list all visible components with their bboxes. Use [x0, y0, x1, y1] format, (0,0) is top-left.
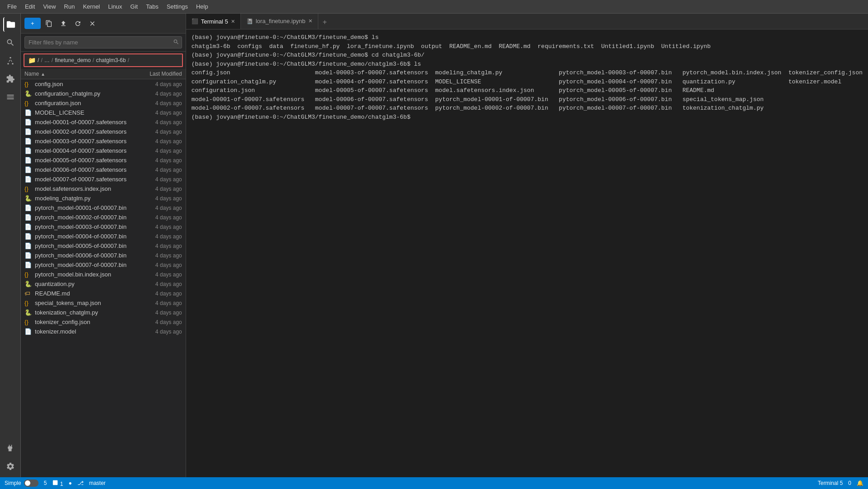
- list-item[interactable]: 📄 pytorch_model-00005-of-00007.bin 4 day…: [21, 241, 186, 251]
- list-item[interactable]: 📄 model-00006-of-00007.safetensors 4 day…: [21, 165, 186, 174]
- file-type-icon: 📄: [24, 147, 33, 154]
- list-item[interactable]: {} configuration.json 4 days ago: [21, 98, 186, 108]
- menu-view[interactable]: View: [39, 2, 59, 11]
- menu-run[interactable]: Run: [60, 2, 78, 11]
- refresh-button[interactable]: [72, 17, 84, 30]
- terminal-status-label: Terminal 5: [818, 480, 843, 486]
- list-item[interactable]: {} special_tokens_map.json 4 days ago: [21, 298, 186, 308]
- list-item[interactable]: 📄 pytorch_model-00003-of-00007.bin 4 day…: [21, 222, 186, 232]
- list-item[interactable]: {} model.safetensors.index.json 4 days a…: [21, 184, 186, 194]
- activity-plug-icon[interactable]: [3, 441, 18, 455]
- activity-explorer-icon[interactable]: [3, 17, 18, 32]
- name-column-header[interactable]: Name ▲: [24, 71, 132, 77]
- breadcrumb-ellipsis[interactable]: …: [44, 57, 50, 63]
- clear-button[interactable]: [86, 17, 99, 30]
- file-date-label: 4 days ago: [132, 300, 182, 306]
- list-item[interactable]: 📄 model-00003-of-00007.safetensors 4 day…: [21, 136, 186, 146]
- menu-settings[interactable]: Settings: [163, 2, 192, 11]
- tab-lora-notebook[interactable]: 📓 lora_finetune.ipynb ✕: [241, 14, 318, 29]
- menu-git[interactable]: Git: [127, 2, 142, 11]
- menu-tabs[interactable]: Tabs: [142, 2, 162, 11]
- list-item[interactable]: 📄 model-00002-of-00007.safetensors 4 day…: [21, 127, 186, 136]
- list-item[interactable]: 📄 pytorch_model-00001-of-00007.bin 4 day…: [21, 203, 186, 213]
- file-date-label: 4 days ago: [132, 281, 182, 287]
- breadcrumb-finetune[interactable]: finetune_demo: [55, 57, 91, 63]
- terminal5-label: Terminal 5: [201, 18, 228, 25]
- file-type-icon: 📄: [24, 128, 33, 135]
- file-date-label: 4 days ago: [132, 81, 182, 87]
- menu-file[interactable]: File: [4, 2, 20, 11]
- file-date-label: 4 days ago: [132, 214, 182, 221]
- new-button[interactable]: +: [24, 18, 41, 29]
- file-date-label: 4 days ago: [132, 329, 182, 335]
- upload-button[interactable]: [57, 17, 70, 30]
- branch-name: master: [89, 480, 106, 486]
- lora-notebook-close-button[interactable]: ✕: [308, 18, 312, 24]
- breadcrumb-root[interactable]: /: [38, 57, 39, 63]
- activity-search-icon[interactable]: [3, 35, 18, 50]
- file-name-label: MODEL_LICENSE: [35, 109, 132, 116]
- file-type-icon: 📄: [24, 261, 33, 268]
- list-item[interactable]: 📄 model-00005-of-00007.safetensors 4 day…: [21, 155, 186, 165]
- file-type-icon: {}: [24, 300, 33, 306]
- search-input[interactable]: [24, 36, 182, 48]
- file-name-label: config.json: [35, 81, 132, 87]
- file-type-icon: 🐍: [24, 90, 33, 97]
- copy-file-button[interactable]: [43, 17, 55, 30]
- branch-icon: ⎇: [77, 480, 84, 486]
- file-type-icon: 🐍: [24, 309, 33, 316]
- activity-extensions-icon[interactable]: [3, 72, 18, 86]
- list-item[interactable]: 📄 tokenizer.model 4 days ago: [21, 327, 186, 336]
- toggle-track[interactable]: [24, 479, 38, 487]
- file-date-label: 4 days ago: [132, 100, 182, 107]
- list-item[interactable]: 📄 pytorch_model-00002-of-00007.bin 4 day…: [21, 213, 186, 222]
- folder-icon: 📁: [28, 57, 36, 64]
- file-type-icon: 📄: [24, 242, 33, 249]
- list-item[interactable]: 🐍 modeling_chatglm.py 4 days ago: [21, 194, 186, 203]
- file-date-label: 4 days ago: [132, 119, 182, 126]
- list-item[interactable]: 🐍 configuration_chatglm.py 4 days ago: [21, 89, 186, 98]
- new-tab-button[interactable]: +: [318, 15, 331, 29]
- simple-toggle[interactable]: Simple: [5, 479, 38, 487]
- list-item[interactable]: 📄 MODEL_LICENSE 4 days ago: [21, 108, 186, 117]
- search-box-container: [21, 34, 186, 52]
- file-date-label: 4 days ago: [132, 186, 182, 192]
- file-name-label: model-00006-of-00007.safetensors: [35, 166, 132, 173]
- date-column-header[interactable]: Last Modified: [132, 71, 182, 77]
- list-item[interactable]: {} tokenizer_config.json 4 days ago: [21, 317, 186, 327]
- list-item[interactable]: 📄 model-00004-of-00007.safetensors 4 day…: [21, 146, 186, 155]
- toggle-thumb: [25, 480, 30, 486]
- terminal-content[interactable]: (base) jovyan@finetune-0:~/ChatGLM3/fine…: [186, 29, 868, 477]
- list-item[interactable]: 📄 pytorch_model-00004-of-00007.bin 4 day…: [21, 232, 186, 241]
- list-item[interactable]: 🐍 tokenization_chatglm.py 4 days ago: [21, 308, 186, 317]
- list-item[interactable]: 📄 pytorch_model-00006-of-00007.bin 4 day…: [21, 251, 186, 260]
- terminal5-close-button[interactable]: ✕: [231, 19, 235, 24]
- list-item[interactable]: 📄 model-00007-of-00007.safetensors 4 day…: [21, 174, 186, 184]
- file-name-label: model-00002-of-00007.safetensors: [35, 128, 132, 135]
- breadcrumb-chatglm[interactable]: chatglm3-6b: [96, 57, 126, 63]
- menu-edit[interactable]: Edit: [21, 2, 38, 11]
- menu-linux[interactable]: Linux: [105, 2, 126, 11]
- file-name-label: model-00001-of-00007.safetensors: [35, 119, 132, 126]
- list-item[interactable]: 📄 model-00001-of-00007.safetensors 4 day…: [21, 117, 186, 127]
- file-name-label: README.md: [35, 290, 132, 297]
- breadcrumb[interactable]: 📁 / / … / finetune_demo / chatglm3-6b /: [24, 53, 183, 67]
- file-name-label: model-00005-of-00007.safetensors: [35, 157, 132, 164]
- list-item[interactable]: 🐍 quantization.py 4 days ago: [21, 279, 186, 289]
- list-item[interactable]: 📄 pytorch_model-00007-of-00007.bin 4 day…: [21, 260, 186, 270]
- file-list-header: Name ▲ Last Modified: [21, 69, 186, 79]
- menu-help[interactable]: Help: [192, 2, 212, 11]
- list-item[interactable]: {} pytorch_model.bin.index.json 4 days a…: [21, 270, 186, 279]
- activity-git-icon[interactable]: [3, 53, 18, 68]
- menu-kernel[interactable]: Kernel: [79, 2, 104, 11]
- activity-menu-icon[interactable]: [3, 90, 18, 104]
- status-circle-icon: ●: [68, 480, 72, 486]
- list-item[interactable]: 🏷 README.md 4 days ago: [21, 289, 186, 298]
- list-item[interactable]: {} config.json 4 days ago: [21, 79, 186, 89]
- activity-bar: [0, 14, 21, 477]
- tab-terminal5[interactable]: ⬛ Terminal 5 ✕: [186, 14, 241, 29]
- file-type-icon: 📄: [24, 214, 33, 221]
- plus-icon: +: [31, 20, 34, 27]
- file-name-label: tokenizer.model: [35, 328, 132, 335]
- activity-settings-icon[interactable]: [3, 459, 18, 474]
